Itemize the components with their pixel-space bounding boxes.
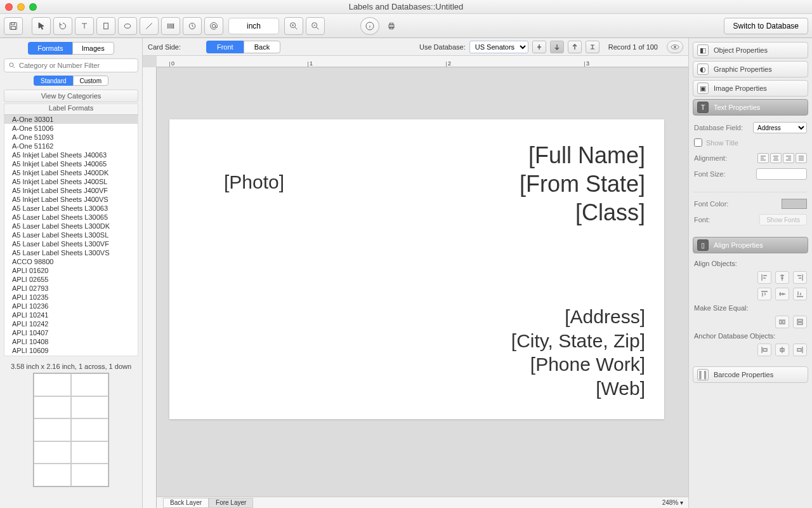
barcode-tool-button[interactable] [161,17,180,35]
object-properties-header[interactable]: ◧Object Properties [693,42,808,58]
at-tool-button[interactable] [204,17,223,35]
maximize-window-icon[interactable] [29,3,37,11]
format-list-item[interactable]: APLI 10242 [4,319,138,328]
align-justify-button[interactable] [796,153,807,163]
svg-rect-1 [11,22,15,24]
align-bottom-obj-button[interactable] [793,288,807,300]
format-filter-input[interactable] [19,62,134,69]
switch-to-database-button[interactable]: Switch to Database [724,18,808,34]
anchor-center-button[interactable] [775,344,789,356]
counter-tool-button[interactable] [183,17,202,35]
format-list-item[interactable]: ACCO 98800 [4,257,138,266]
format-list-item[interactable]: A5 Laser Label Sheets L300VF [4,239,138,248]
format-list-item[interactable]: APLI 01620 [4,266,138,275]
text-tool-button[interactable] [75,17,94,35]
zoom-level[interactable]: 248% ▾ [657,499,688,506]
graphic-properties-header[interactable]: ◐Graphic Properties [693,61,808,77]
zoom-out-button[interactable] [306,17,325,35]
canvas-area[interactable]: 0123 [Photo] [Full Name][From State][Cla… [143,56,688,508]
show-title-checkbox[interactable] [694,138,702,147]
minimize-window-icon[interactable] [17,3,25,11]
image-properties-header[interactable]: ▣Image Properties [693,80,808,97]
format-list-item[interactable]: A-One 51006 [4,124,138,133]
anchor-right-button[interactable] [793,344,807,356]
align-center-obj-button[interactable] [775,271,789,284]
format-list-item[interactable]: A-One 30301 [4,115,138,124]
show-fonts-button[interactable]: Show Fonts [759,214,807,225]
record-last-button[interactable] [586,41,599,53]
tab-standard[interactable]: Standard [34,76,73,86]
format-list-item[interactable]: A-One 51162 [4,142,138,150]
rotate-tool-button[interactable] [53,17,72,35]
format-list-item[interactable]: APLI 02655 [4,275,138,284]
align-center-button[interactable] [770,153,782,163]
format-list-item[interactable]: A5 Laser Label Sheets L300SL [4,231,138,239]
format-list-item[interactable]: APLI 10235 [4,293,138,302]
align-left-button[interactable] [757,153,769,163]
format-list-item[interactable]: A5 Inkjet Label Sheets J40065 [4,159,138,168]
card-side-label: Card Side: [148,43,181,51]
tab-formats[interactable]: Formats [28,42,72,55]
text-properties-header[interactable]: TText Properties [693,99,808,116]
close-window-icon[interactable] [5,3,13,11]
format-list-item[interactable]: A5 Inkjet Label Sheets J40063 [4,150,138,159]
format-list-item[interactable]: APLI 10407 [4,328,138,337]
name-block-placeholder[interactable]: [Full Name][From State][Class] [520,141,645,227]
zoom-in-button[interactable] [284,17,303,35]
format-list-item[interactable]: A5 Laser Label Sheets L300DK [4,222,138,231]
format-list-item[interactable]: APLI 02793 [4,284,138,293]
format-list-item[interactable]: APLI 10611 [4,355,138,356]
unit-input[interactable] [228,18,279,34]
card-back-button[interactable]: Back [244,41,280,53]
fore-layer-tab[interactable]: Fore Layer [209,498,253,508]
record-first-button[interactable] [532,41,546,53]
format-list[interactable]: A-One 30301A-One 51006A-One 51093A-One 5… [4,115,138,356]
database-select[interactable]: US Senators [469,41,528,53]
anchor-left-button[interactable] [757,344,771,356]
font-size-input[interactable] [756,168,807,180]
equal-width-button[interactable] [775,316,789,328]
format-list-item[interactable]: A-One 51093 [4,133,138,142]
tab-custom[interactable]: Custom [73,76,108,86]
format-list-item[interactable]: A5 Laser Label Sheets L30063 [4,204,138,213]
info-button[interactable] [360,17,379,35]
format-list-item[interactable]: A5 Laser Label Sheets L300VS [4,248,138,257]
photo-placeholder[interactable]: [Photo] [224,171,284,193]
align-properties-header[interactable]: ▯Align Properties [693,237,808,253]
format-list-item[interactable]: APLI 10241 [4,311,138,319]
ellipse-tool-button[interactable] [118,17,137,35]
font-color-swatch[interactable] [782,199,807,209]
format-list-item[interactable]: A5 Inkjet Label Sheets J400SL [4,177,138,186]
preview-toggle-button[interactable] [667,41,683,53]
label-card[interactable]: [Photo] [Full Name][From State][Class] [… [169,119,664,419]
format-list-item[interactable]: A5 Inkjet Label Sheets J400VF [4,186,138,195]
record-next-button[interactable] [568,41,582,53]
format-list-item[interactable]: APLI 10236 [4,302,138,311]
format-list-item[interactable]: APLI 10609 [4,346,138,355]
format-list-item[interactable]: A5 Inkjet Label Sheets J400DK [4,168,138,177]
record-prev-button[interactable] [550,41,564,53]
align-top-obj-button[interactable] [757,288,771,300]
format-list-item[interactable]: A5 Inkjet Label Sheets J400VS [4,195,138,204]
card-front-button[interactable]: Front [206,41,244,53]
save-button[interactable] [4,17,23,35]
equal-height-button[interactable] [793,316,807,328]
view-by-categories-button[interactable]: View by Categories [4,90,138,102]
align-left-obj-button[interactable] [757,271,771,284]
format-list-item[interactable]: APLI 10408 [4,337,138,346]
align-right-obj-button[interactable] [793,271,807,284]
align-right-button[interactable] [783,153,794,163]
back-layer-tab[interactable]: Back Layer [163,498,209,508]
barcode-properties-header[interactable]: ║║Barcode Properties [693,366,808,383]
format-filter-search[interactable] [4,58,138,72]
line-tool-button[interactable] [140,17,159,35]
pointer-tool-button[interactable] [32,17,51,35]
db-field-select[interactable]: Address [753,122,807,133]
tab-images[interactable]: Images [72,42,114,55]
card-side-tabs: Front Back [206,41,280,53]
align-middle-obj-button[interactable] [775,288,789,300]
address-block-placeholder[interactable]: [Address][City, State, Zip][Phone Work][… [511,305,645,400]
format-list-item[interactable]: A5 Laser Label Sheets L30065 [4,213,138,222]
print-button[interactable] [382,17,401,35]
rect-tool-button[interactable] [96,17,115,35]
